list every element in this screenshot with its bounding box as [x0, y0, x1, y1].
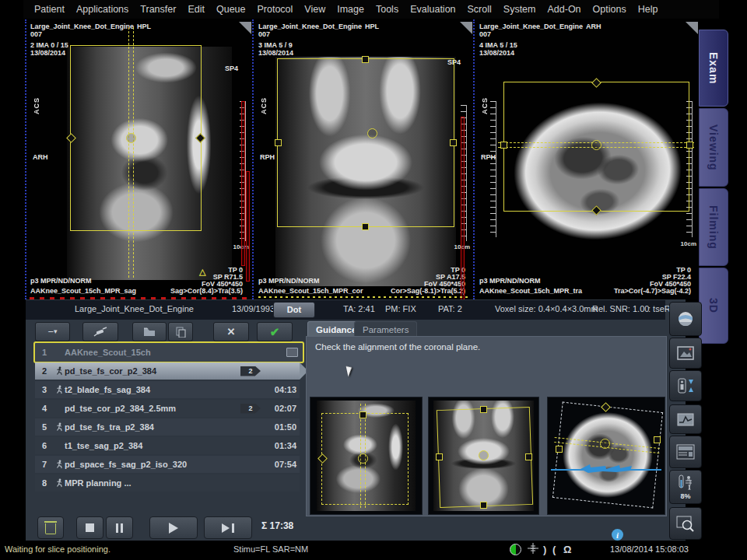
stimulation-sar-status: Stimu=FL SAR=NM	[233, 544, 308, 554]
relative-snr: Rel. SNR: 1.00	[592, 304, 649, 313]
slice-handle-square	[436, 453, 443, 460]
remove-measurement-button[interactable]: − ▾	[35, 322, 70, 341]
menu-item-protocol[interactable]: Protocol	[257, 4, 293, 15]
sequence-row-6[interactable]: 6 t1_tse_sag_p2_384 01:34	[35, 437, 300, 454]
pause-button[interactable]	[106, 516, 133, 539]
menu-item-options[interactable]: Options	[593, 4, 626, 15]
scan-date: 13/08/2014	[258, 49, 293, 58]
sequence-name: AAKnee_Scout_15ch	[65, 348, 286, 357]
copy-button[interactable]	[168, 322, 193, 341]
sequence-row-3[interactable]: 3 t2_blade_fs_sag_384 04:13	[35, 381, 300, 398]
table-position-button[interactable]	[669, 370, 702, 401]
menu-bar: Patient Applications Transfer Edit Queue…	[23, 0, 719, 19]
sar-monitor-button[interactable]: 8%	[669, 470, 702, 504]
sequence-time: 07:54	[265, 460, 300, 469]
row-number: 8	[35, 478, 54, 488]
thumbnail-axial[interactable]	[547, 397, 665, 515]
runner-icon	[55, 422, 63, 432]
image-icon	[677, 346, 694, 360]
apply-button[interactable]: ✔	[257, 322, 293, 341]
protocol-layout-button[interactable]	[669, 436, 702, 468]
menu-item-scroll[interactable]: Scroll	[468, 4, 492, 15]
sequence-row-8[interactable]: 8 MPR planning ...	[35, 474, 300, 492]
slice-rotate-handle[interactable]	[126, 133, 136, 143]
sequence-row-1[interactable]: 1 AAKnee_Scout_15ch	[33, 341, 304, 363]
sequence-name: pd_tse_fs_tra_p2_384	[65, 422, 265, 432]
orientation-label-vertical: ACS	[260, 97, 268, 114]
menu-item-transfer[interactable]: Transfer	[140, 4, 176, 15]
menu-item-system[interactable]: System	[503, 4, 536, 15]
slice-handle-square[interactable]	[275, 139, 282, 146]
menu-item-evaluation[interactable]: Evaluation	[410, 4, 455, 15]
slice-handle-square[interactable]	[500, 142, 507, 149]
tab-viewing[interactable]: Viewing	[699, 108, 728, 187]
slice-handle-square[interactable]	[686, 142, 693, 149]
image-stack-corner-icon[interactable]	[686, 22, 698, 34]
viewport-sagittal[interactable]: Large_Joint_Knee_Dot_Engine HPL 007 2 IM…	[25, 19, 254, 299]
slice-rotate-handle[interactable]	[367, 128, 377, 138]
patient-registration-button[interactable]	[669, 302, 702, 336]
protocol-info-bar: Large_Joint_Knee_Dot_Engine 13/09/1993 D…	[26, 300, 665, 320]
cancel-button[interactable]: ✕	[213, 322, 249, 341]
menu-item-tools[interactable]: Tools	[376, 4, 398, 15]
slice-line[interactable]	[128, 27, 134, 278]
menu-item-view[interactable]: View	[304, 4, 325, 15]
viewport-axial[interactable]: Large_Joint_Knee_Dot_Engine ARH 007 4 IM…	[473, 19, 700, 299]
tab-parameters[interactable]: Parameters	[354, 321, 417, 338]
slice-box[interactable]	[277, 58, 454, 227]
stop-button[interactable]	[76, 516, 103, 539]
row-number: 6	[35, 441, 54, 450]
scout-name: AAKnee_Scout_15ch_MPR_cor	[258, 287, 363, 296]
patient-id: 007	[30, 30, 42, 39]
tab-3d[interactable]: 3D	[699, 268, 728, 344]
open-protocol-button[interactable]	[132, 322, 167, 341]
coil-status-icon: (	[552, 544, 556, 555]
sequence-row-5[interactable]: 5 pd_tse_fs_tra_p2_384 01:50	[35, 418, 300, 436]
sequence-row-2[interactable]: 2 pd_tse_fs_cor_p2_384 2	[35, 362, 300, 380]
skip-button[interactable]	[204, 516, 252, 539]
orientation-label: RPH	[260, 153, 275, 162]
delete-queue-button[interactable]	[37, 516, 64, 539]
sequence-row-7[interactable]: 7 pd_space_fs_sag_p2_iso_320 07:54	[35, 456, 300, 473]
orientation-label: ARH	[33, 153, 48, 162]
slice-handle-square[interactable]	[362, 56, 369, 63]
row-number: 2	[35, 366, 54, 376]
image-properties-button[interactable]	[669, 404, 702, 434]
curve-icon	[677, 413, 694, 426]
contrast-injection-button[interactable]	[82, 322, 118, 341]
image-stack-corner-icon[interactable]	[460, 22, 472, 34]
tab-exam[interactable]: Exam	[699, 30, 728, 107]
viewport-coronal[interactable]: Large_Joint_Knee_Dot_Engine HPL 007 3 IM…	[252, 19, 475, 299]
menu-item-edit[interactable]: Edit	[188, 4, 205, 15]
play-button[interactable]	[149, 516, 198, 539]
scale-ruler	[490, 101, 496, 237]
coil-label: ARH	[586, 23, 601, 31]
guidance-message: Check the alignment of the coronal plane…	[315, 342, 480, 352]
slice-handle-square[interactable]	[362, 223, 369, 230]
patient-birthdate: 13/09/1993	[232, 304, 275, 313]
dot-engine-button[interactable]: Dot	[273, 302, 315, 318]
runner-icon	[55, 385, 63, 394]
application-window: Patient Applications Transfer Edit Queue…	[0, 0, 747, 560]
menu-item-addon[interactable]: Add-On	[547, 4, 580, 15]
info-icon[interactable]: i	[612, 529, 623, 541]
thumbnail-sagittal[interactable]	[310, 397, 423, 515]
image-display-button[interactable]	[669, 338, 702, 369]
slice-handle-square[interactable]	[450, 139, 457, 146]
slice-arrow-icon[interactable]: △	[199, 267, 205, 277]
slice-rotate-handle[interactable]	[591, 140, 601, 150]
scan-date: 13/08/2014	[30, 49, 65, 58]
menu-item-patient[interactable]: Patient	[34, 4, 65, 15]
menu-item-applications[interactable]: Applications	[76, 4, 128, 15]
thumbnail-coronal[interactable]	[428, 397, 539, 515]
menu-item-queue[interactable]: Queue	[216, 4, 246, 15]
slice-rotate-handle	[600, 439, 610, 449]
image-stack-corner-icon[interactable]	[239, 22, 251, 34]
sequence-row-4[interactable]: 4 pd_tse_cor_p2_384_2.5mm 2 02:07	[35, 400, 300, 417]
menu-item-help[interactable]: Help	[638, 4, 658, 15]
stop-icon	[86, 523, 94, 532]
menu-item-image[interactable]: Image	[337, 4, 364, 15]
red-range-marker	[461, 117, 465, 313]
inline-display-button[interactable]	[669, 507, 702, 540]
tab-filming[interactable]: Filming	[699, 188, 728, 266]
